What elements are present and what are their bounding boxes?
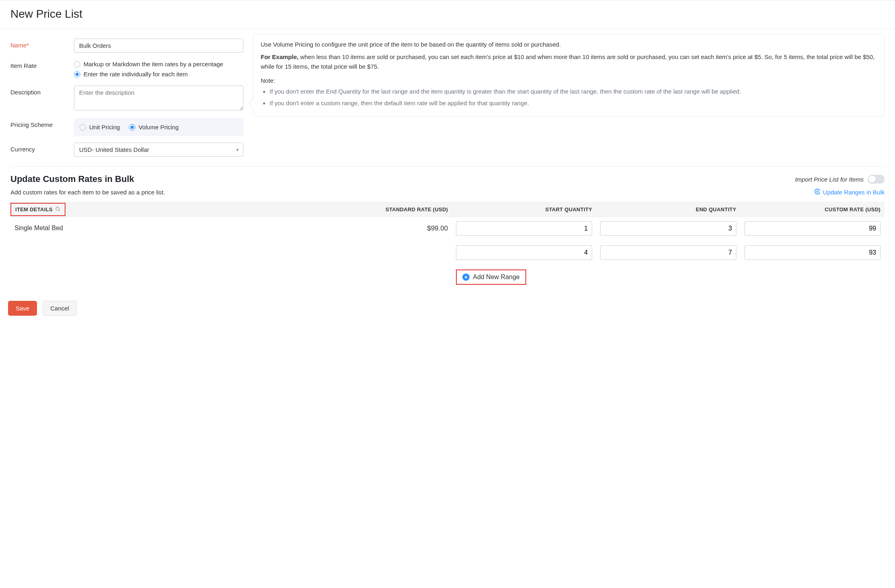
custom-rate-input[interactable] <box>744 221 881 236</box>
tooltip-note-label: Note: <box>261 76 877 85</box>
search-icon <box>55 206 61 213</box>
rate-option-individual-label: Enter the rate individually for each ite… <box>84 71 188 78</box>
tooltip-note-item: If you don't enter a custom range, then … <box>270 98 877 108</box>
rate-option-markup-label: Markup or Markdown the item rates by a p… <box>84 61 223 67</box>
currency-select[interactable] <box>74 143 243 157</box>
description-label: Description <box>10 86 74 96</box>
svg-point-1 <box>56 207 59 210</box>
import-toggle[interactable] <box>868 175 885 184</box>
col-item-details[interactable]: ITEM DETAILS <box>10 202 317 217</box>
bulk-heading: Update Custom Rates in Bulk <box>10 174 134 184</box>
end-qty-input[interactable] <box>600 221 736 236</box>
rate-option-markup[interactable]: Markup or Markdown the item rates by a p… <box>74 59 243 69</box>
add-range-label: Add New Range <box>473 274 520 281</box>
bulk-subtitle: Add custom rates for each item to be sav… <box>10 189 165 196</box>
volume-pricing-info: Use Volume Pricing to configure the unit… <box>253 34 885 116</box>
add-new-range-button[interactable]: + Add New Range <box>456 270 526 285</box>
description-input[interactable] <box>74 86 243 110</box>
svg-point-0 <box>817 191 818 192</box>
tooltip-intro: Use Volume Pricing to configure the unit… <box>261 40 877 49</box>
custom-rate-input[interactable] <box>744 245 881 260</box>
tooltip-note-item: If you don't enter the End Quantity for … <box>270 87 877 96</box>
save-button[interactable]: Save <box>8 301 37 316</box>
update-ranges-label: Update Ranges in Bulk <box>823 189 885 196</box>
svg-line-2 <box>59 210 60 211</box>
cancel-button[interactable]: Cancel <box>43 301 77 316</box>
radio-icon <box>80 124 86 131</box>
start-qty-input[interactable] <box>456 221 592 236</box>
currency-label: Currency <box>10 143 74 153</box>
col-custom-rate: CUSTOM RATE (USD) <box>740 202 885 217</box>
gear-icon <box>814 188 821 196</box>
name-input[interactable] <box>74 39 243 53</box>
scheme-unit[interactable]: Unit Pricing <box>80 122 120 132</box>
col-end-qty: END QUANTITY <box>596 202 740 217</box>
radio-checked-icon <box>74 71 80 78</box>
scheme-volume[interactable]: Volume Pricing <box>129 122 179 132</box>
table-row: Single Metal Bed $99.00 <box>10 217 885 264</box>
scheme-unit-label: Unit Pricing <box>89 124 120 131</box>
end-qty-input[interactable] <box>600 245 736 260</box>
item-name: Single Metal Bed <box>10 217 317 264</box>
update-ranges-link[interactable]: Update Ranges in Bulk <box>814 188 885 196</box>
col-start-qty: START QUANTITY <box>452 202 596 217</box>
name-label: Name* <box>10 39 74 49</box>
plus-circle-icon: + <box>462 274 470 281</box>
col-standard-rate: STANDARD RATE (USD) <box>317 202 452 217</box>
item-rate-label: Item Rate <box>10 59 74 69</box>
radio-checked-icon <box>129 124 135 131</box>
pricing-scheme-label: Pricing Scheme <box>10 118 74 128</box>
tooltip-example: For Example, when less than 10 items are… <box>261 52 877 71</box>
start-qty-input[interactable] <box>456 245 592 260</box>
item-std-rate: $99.00 <box>317 217 452 264</box>
radio-icon <box>74 61 80 67</box>
page-title: New Price List <box>10 8 885 20</box>
scheme-volume-label: Volume Pricing <box>139 124 179 131</box>
import-label: Import Price List for Items <box>795 176 864 183</box>
rate-option-individual[interactable]: Enter the rate individually for each ite… <box>74 69 243 79</box>
